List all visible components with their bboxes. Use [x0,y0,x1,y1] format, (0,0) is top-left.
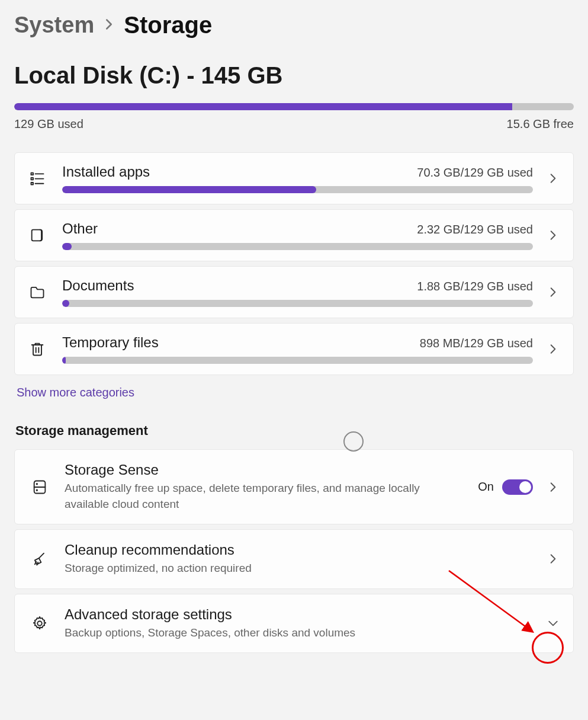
category-title: Installed apps [62,164,150,180]
advanced-title: Advanced storage settings [65,606,533,623]
svg-point-11 [37,489,37,490]
category-installed-apps[interactable]: Installed apps 70.3 GB/129 GB used [14,152,574,204]
storage-sense-desc: Automatically free up space, delete temp… [65,481,465,512]
svg-rect-1 [31,178,34,180]
disk-free-label: 15.6 GB free [507,117,574,131]
category-bar [62,300,533,307]
disk-title: Local Disk (C:) - 145 GB [14,62,574,89]
chevron-right-icon [546,344,560,354]
breadcrumb: System Storage [14,12,574,39]
advanced-storage-settings-row[interactable]: Advanced storage settings Backup options… [14,594,574,654]
svg-line-13 [35,562,36,565]
apps-icon [25,167,49,190]
storage-sense-row[interactable]: Storage Sense Automatically free up spac… [14,449,574,524]
category-bar [62,186,533,193]
chevron-right-icon [546,482,560,492]
chevron-right-icon [546,173,560,184]
gear-icon [28,612,52,635]
breadcrumb-current: Storage [124,12,212,39]
storage-sense-toggle[interactable] [502,479,533,495]
category-bar [62,357,533,364]
category-other[interactable]: Other 2.32 GB/129 GB used [14,209,574,261]
svg-rect-0 [31,173,34,175]
svg-rect-2 [31,183,34,185]
other-icon [25,223,49,247]
category-documents[interactable]: Documents 1.88 GB/129 GB used [14,266,574,318]
category-title: Documents [62,277,134,294]
chevron-right-icon [105,16,113,34]
category-usage: 2.32 GB/129 GB used [417,223,533,236]
svg-point-10 [37,484,37,484]
breadcrumb-parent[interactable]: System [14,12,94,38]
category-usage: 898 MB/129 GB used [420,337,533,350]
chevron-right-icon [546,230,560,241]
svg-point-15 [37,621,41,625]
category-bar [62,243,533,250]
storage-sense-title: Storage Sense [65,462,465,478]
chevron-right-icon [546,553,560,564]
disk-icon [28,475,52,499]
broom-icon [28,547,52,571]
advanced-desc: Backup options, Storage Spaces, other di… [65,625,533,641]
chevron-down-icon[interactable] [546,620,560,627]
svg-line-12 [39,553,44,558]
category-title: Temporary files [62,334,159,351]
svg-line-14 [37,562,38,565]
category-title: Other [62,220,98,237]
category-usage: 1.88 GB/129 GB used [417,280,533,293]
category-temporary-files[interactable]: Temporary files 898 MB/129 GB used [14,323,574,375]
category-usage: 70.3 GB/129 GB used [417,166,533,180]
disk-usage-bar [14,103,574,110]
disk-used-label: 129 GB used [14,117,83,131]
cleanup-title: Cleanup recommendations [65,542,533,558]
folder-icon [25,280,49,304]
cleanup-desc: Storage optimized, no action required [65,561,533,577]
loading-spinner-icon [343,431,364,452]
disk-usage-labels: 129 GB used 15.6 GB free [14,117,574,131]
storage-management-heading: Storage management [15,423,574,439]
storage-sense-toggle-label: On [478,480,494,494]
chevron-right-icon [546,287,560,297]
disk-usage-bar-fill [14,103,512,110]
trash-icon [25,337,49,361]
cleanup-recommendations-row[interactable]: Cleanup recommendations Storage optimize… [14,529,574,589]
show-more-categories-link[interactable]: Show more categories [17,386,574,399]
